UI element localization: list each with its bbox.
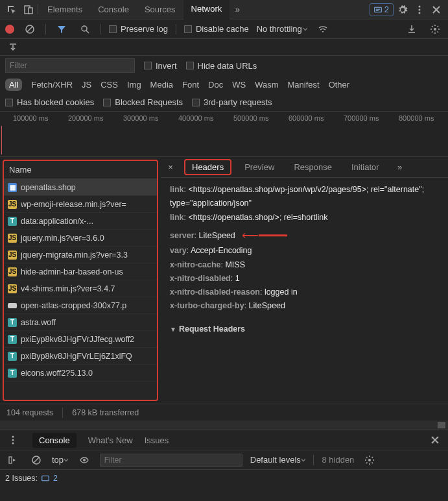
request-headers-title: Request Headers — [179, 324, 245, 334]
timeline[interactable]: 100000 ms 200000 ms 300000 ms 400000 ms … — [0, 112, 448, 157]
throttling-select[interactable]: No throttling — [257, 24, 308, 34]
request-row[interactable]: Teicons.woff2?5.13.0 — [4, 365, 157, 382]
console-context-select[interactable]: top — [52, 455, 69, 465]
invert-checkbox[interactable]: Invert — [144, 61, 177, 71]
type-other[interactable]: Other — [329, 80, 350, 90]
request-row[interactable]: open-atlas-cropped-300x77.p — [4, 297, 157, 314]
device-toggle-icon[interactable] — [21, 2, 36, 18]
drawer-tab-whatsnew[interactable]: What's New — [88, 435, 133, 445]
filter-input[interactable] — [5, 58, 135, 73]
filter-icon[interactable] — [54, 21, 69, 37]
console-settings-icon[interactable] — [362, 452, 377, 468]
request-row[interactable]: ▦openatlas.shop — [4, 179, 157, 196]
network-settings-icon[interactable] — [427, 21, 443, 37]
clear-icon[interactable] — [22, 21, 38, 37]
tab-preview[interactable]: Preview — [238, 160, 281, 174]
detail-tabs: × Headers Preview Response Initiator » — [161, 157, 448, 178]
type-media[interactable]: Media — [150, 80, 173, 90]
disable-cache-label: Disable cache — [196, 24, 249, 34]
request-row[interactable]: JSv4-shims.min.js?ver=3.4.7 — [4, 280, 157, 297]
invert-label: Invert — [156, 61, 177, 71]
export-har-icon[interactable] — [5, 40, 21, 55]
request-list: Name ▦openatlas.shop JSwp-emoji-release.… — [3, 160, 158, 401]
svg-point-14 — [83, 459, 86, 461]
headers-body: link: <https://openatlas.shop/wp-json/wp… — [161, 178, 448, 404]
timeline-tick: 600000 ms — [289, 114, 324, 122]
request-headers-section[interactable]: ▼Request Headers — [170, 323, 439, 336]
image-icon — [8, 303, 17, 308]
type-js[interactable]: JS — [82, 80, 91, 90]
tab-headers[interactable]: Headers — [184, 159, 231, 175]
hidden-count: 8 hidden — [322, 455, 354, 465]
type-fetch[interactable]: Fetch/XHR — [31, 80, 73, 90]
settings-icon[interactable] — [395, 2, 410, 18]
issues-badge[interactable]: 2 — [370, 3, 394, 16]
request-row[interactable]: JSjquery-migrate.min.js?ver=3.3 — [4, 247, 157, 263]
type-all[interactable]: All — [5, 79, 22, 91]
type-css[interactable]: CSS — [100, 80, 118, 90]
more-tabs-icon[interactable]: » — [230, 2, 245, 18]
timeline-tick: 400000 ms — [178, 114, 213, 122]
tab-elements[interactable]: Elements — [40, 0, 90, 19]
svg-point-8 — [434, 28, 436, 31]
type-doc[interactable]: Doc — [208, 80, 223, 90]
timeline-tick: 300000 ms — [123, 114, 158, 122]
chevron-down-icon — [305, 24, 308, 34]
inspect-element-icon[interactable] — [4, 2, 19, 18]
request-list-header[interactable]: Name — [4, 161, 157, 179]
header-name: x-turbo-charged-by — [170, 301, 244, 310]
request-row[interactable]: TpxiByp8kv8JHgFVrLEj6Z1xlFQ — [4, 348, 157, 365]
tab-sources[interactable]: Sources — [137, 0, 183, 19]
third-party-checkbox[interactable]: 3rd-party requests — [192, 97, 272, 107]
drawer-menu-icon[interactable] — [5, 432, 21, 448]
blocked-cookies-checkbox[interactable]: Has blocked cookies — [5, 97, 94, 107]
tab-initiator[interactable]: Initiator — [345, 160, 386, 174]
type-ws[interactable]: WS — [232, 80, 246, 90]
clear-console-icon[interactable] — [29, 452, 44, 468]
request-row[interactable]: TpxiEyp8kv8JHgFVrJJfecg.woff2 — [4, 331, 157, 348]
request-row[interactable]: JSjquery.min.js?ver=3.6.0 — [4, 230, 157, 247]
scrollbar-thumb[interactable] — [438, 422, 445, 428]
more-detail-tabs-icon[interactable]: » — [392, 160, 408, 175]
timeline-tick: 500000 ms — [233, 114, 268, 122]
tab-response[interactable]: Response — [287, 160, 338, 174]
status-requests: 104 requests — [6, 408, 53, 417]
resource-types: All Fetch/XHR JS CSS Img Media Font Doc … — [0, 75, 448, 93]
type-wasm[interactable]: Wasm — [255, 80, 278, 90]
request-name: hide-admin-bar-based-on-us — [21, 267, 123, 276]
type-img[interactable]: Img — [127, 80, 141, 90]
request-row[interactable]: Tastra.woff — [4, 314, 157, 331]
preserve-log-checkbox[interactable]: Preserve log — [109, 24, 168, 34]
svg-point-5 — [419, 12, 421, 14]
type-manifest[interactable]: Manifest — [287, 80, 319, 90]
network-conditions-icon[interactable] — [315, 21, 331, 37]
import-har-icon[interactable] — [404, 21, 419, 37]
close-drawer-icon[interactable] — [427, 432, 443, 448]
header-value: MISS — [225, 260, 245, 269]
live-expression-icon[interactable] — [77, 452, 92, 468]
tab-network[interactable]: Network — [183, 0, 230, 19]
disable-cache-checkbox[interactable]: Disable cache — [184, 24, 249, 34]
console-sidebar-icon[interactable] — [5, 452, 21, 468]
close-devtools-icon[interactable] — [429, 2, 444, 18]
request-row[interactable]: Tdata:application/x-... — [4, 213, 157, 230]
search-icon[interactable] — [77, 21, 93, 37]
request-row[interactable]: JShide-admin-bar-based-on-us — [4, 263, 157, 280]
horizontal-scrollbar[interactable] — [0, 421, 448, 430]
record-button[interactable] — [5, 25, 14, 34]
request-row[interactable]: JSwp-emoji-release.min.js?ver= — [4, 196, 157, 213]
request-name: open-atlas-cropped-300x77.p — [21, 301, 126, 310]
kebab-menu-icon[interactable] — [412, 2, 427, 18]
hide-data-urls-checkbox[interactable]: Hide data URLs — [186, 61, 257, 71]
close-detail-icon[interactable]: × — [163, 162, 178, 172]
issues-row[interactable]: 2 Issues: 2 — [0, 469, 448, 486]
type-font[interactable]: Font — [182, 80, 199, 90]
drawer-tab-console[interactable]: Console — [32, 433, 77, 448]
log-levels-select[interactable]: Default levels — [250, 455, 306, 465]
blocked-requests-checkbox[interactable]: Blocked Requests — [103, 97, 183, 107]
console-filter-input[interactable] — [100, 454, 242, 467]
tab-console[interactable]: Console — [90, 0, 137, 19]
drawer-tab-issues[interactable]: Issues — [145, 435, 169, 445]
svg-point-11 — [12, 443, 14, 445]
svg-point-3 — [419, 5, 421, 7]
